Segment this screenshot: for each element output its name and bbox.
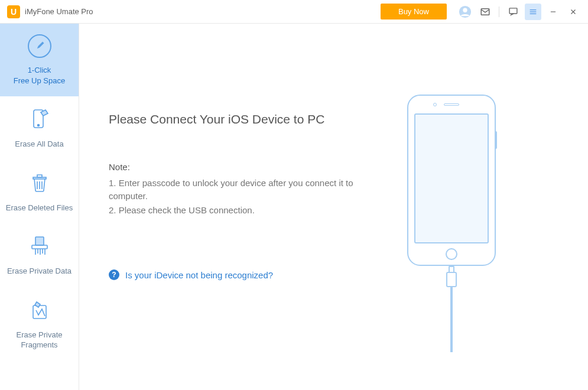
separator bbox=[499, 6, 499, 17]
content: Please Connect Your iOS Device to PC Not… bbox=[79, 24, 588, 390]
svg-rect-3 bbox=[509, 8, 517, 14]
phone-erase-icon bbox=[4, 106, 75, 133]
sidebar-item-label: Erase Private Data bbox=[4, 266, 75, 277]
trash-icon bbox=[4, 170, 75, 197]
sidebar-item-label: Erase Private Fragments bbox=[4, 330, 75, 350]
sidebar-item-erase-deleted[interactable]: Erase Deleted Files bbox=[0, 160, 79, 224]
mail-icon[interactable] bbox=[477, 4, 493, 20]
note-body: 1. Enter passcode to unlock your device … bbox=[109, 177, 357, 216]
sidebar-item-label: Erase All Data bbox=[4, 139, 75, 150]
svg-point-11 bbox=[37, 125, 39, 126]
sidebar-item-free-up-space[interactable]: 1-Click Free Up Space bbox=[0, 24, 79, 96]
phone-outline-icon bbox=[407, 95, 496, 266]
brush-icon bbox=[28, 34, 51, 58]
help-icon: ? bbox=[109, 269, 119, 280]
svg-rect-16 bbox=[32, 245, 47, 249]
shred-icon bbox=[4, 233, 75, 260]
page-heading: Please Connect Your iOS Device to PC bbox=[109, 112, 357, 126]
menu-icon[interactable] bbox=[525, 4, 541, 20]
minimize-button[interactable] bbox=[545, 4, 561, 20]
note-label: Note: bbox=[109, 162, 357, 172]
note-line-1: 1. Enter passcode to unlock your device … bbox=[109, 177, 357, 203]
usb-cable-icon bbox=[448, 266, 455, 352]
device-illustration bbox=[357, 24, 546, 390]
feedback-icon[interactable] bbox=[505, 4, 521, 20]
sidebar-item-label: Erase Deleted Files bbox=[4, 203, 75, 213]
titlebar: U iMyFone Umate Pro Buy Now bbox=[0, 0, 588, 24]
svg-rect-22 bbox=[33, 306, 46, 318]
user-icon[interactable] bbox=[457, 4, 473, 20]
fragments-icon bbox=[4, 297, 75, 324]
sidebar-item-erase-private[interactable]: Erase Private Data bbox=[0, 223, 79, 287]
sidebar-item-label: 1-Click Free Up Space bbox=[4, 65, 75, 86]
help-link[interactable]: Is your iDevice not being recognized? bbox=[125, 270, 273, 280]
svg-point-1 bbox=[463, 8, 467, 12]
sidebar-item-erase-all[interactable]: Erase All Data bbox=[0, 96, 79, 160]
close-button[interactable] bbox=[565, 4, 581, 20]
app-logo-icon: U bbox=[7, 5, 20, 18]
buy-now-button[interactable]: Buy Now bbox=[381, 4, 447, 20]
sidebar: 1-Click Free Up Space Erase All Data Era… bbox=[0, 24, 79, 390]
svg-rect-15 bbox=[35, 237, 44, 245]
app-title: iMyFone Umate Pro bbox=[25, 7, 93, 16]
sidebar-item-erase-fragments[interactable]: Erase Private Fragments bbox=[0, 287, 79, 361]
note-line-2: 2. Please check the USB connection. bbox=[109, 204, 357, 217]
